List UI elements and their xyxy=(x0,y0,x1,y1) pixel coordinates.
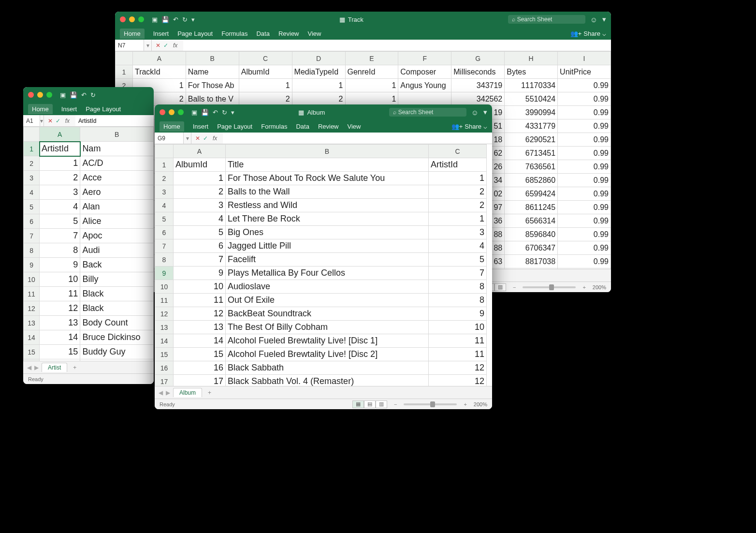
cell[interactable]: Billy xyxy=(80,272,154,287)
cell[interactable]: Caetano Velos xyxy=(80,359,154,361)
cell[interactable]: Milliseconds xyxy=(451,65,505,79)
cell[interactable]: 0.99 xyxy=(558,187,611,201)
tab-page-layout[interactable]: Page Layout xyxy=(177,30,213,37)
row-header[interactable]: 16 xyxy=(155,361,174,375)
cell[interactable]: 0.99 xyxy=(558,92,611,106)
cell[interactable]: 15 xyxy=(40,345,80,359)
cell[interactable]: Facelift xyxy=(226,253,429,266)
cell[interactable]: 10 xyxy=(40,272,80,287)
cell[interactable]: 3990994 xyxy=(505,106,558,119)
row-header[interactable]: 8 xyxy=(155,253,174,266)
row-header[interactable]: 5 xyxy=(155,212,174,226)
zoom-level[interactable]: 200% xyxy=(593,284,606,290)
cell[interactable]: 0.99 xyxy=(558,119,611,133)
cell[interactable]: 5510424 xyxy=(505,92,558,106)
cell[interactable]: 1 xyxy=(174,172,226,185)
redo-icon[interactable]: ↻ xyxy=(222,109,227,116)
row-header[interactable]: 4 xyxy=(24,185,40,200)
cell[interactable]: ArtistId xyxy=(429,158,487,172)
row-header[interactable]: 7 xyxy=(155,239,174,253)
grid-album[interactable]: ABC1AlbumIdTitleArtistId21For Those Abou… xyxy=(155,144,492,386)
cell[interactable]: 2 xyxy=(239,92,292,106)
cell[interactable]: 2 xyxy=(40,171,80,185)
feedback-dropdown-icon[interactable]: ▾ xyxy=(602,15,606,24)
cell[interactable]: 4 xyxy=(429,239,487,253)
cell[interactable]: Angus Young xyxy=(398,79,451,92)
cell[interactable]: 13 xyxy=(40,316,80,330)
cancel-icon[interactable]: ✕ xyxy=(156,42,160,49)
sheet-tab-artist[interactable]: Artist xyxy=(42,363,67,372)
cell[interactable]: 1 xyxy=(429,212,487,226)
share-button[interactable]: 👥+ Share ⌵ xyxy=(451,123,487,130)
col-header[interactable]: H xyxy=(505,52,558,65)
cell[interactable]: 11170334 xyxy=(505,79,558,92)
page-break-view-icon[interactable]: ▥ xyxy=(494,283,506,291)
formula-input[interactable] xyxy=(223,133,492,144)
row-header[interactable]: 2 xyxy=(24,156,40,171)
accept-icon[interactable]: ✓ xyxy=(163,42,168,49)
cell[interactable]: 7 xyxy=(40,229,80,243)
cell[interactable]: 2 xyxy=(292,92,345,106)
row-header[interactable]: 15 xyxy=(24,345,40,359)
cell[interactable]: 3 xyxy=(429,226,487,239)
qat-dropdown-icon[interactable]: ▾ xyxy=(231,109,234,116)
sheet-tab-album[interactable]: Album xyxy=(173,388,202,397)
cancel-icon[interactable]: ✕ xyxy=(48,118,53,124)
row-header[interactable]: 3 xyxy=(155,185,174,199)
cell[interactable]: Composer xyxy=(398,65,451,79)
cell[interactable]: For Those About To Rock We Salute You xyxy=(226,172,429,185)
redo-icon[interactable]: ↻ xyxy=(182,16,188,23)
cell[interactable]: 11 xyxy=(429,348,487,361)
cell[interactable]: 5 xyxy=(429,253,487,266)
row-header[interactable]: 1 xyxy=(116,65,133,79)
col-header[interactable]: C xyxy=(429,145,487,158)
maximize-icon[interactable] xyxy=(138,16,144,22)
cell[interactable]: Name xyxy=(186,65,239,79)
cell[interactable]: Restless and Wild xyxy=(226,199,429,212)
search-box[interactable]: ⌕ Search Sheet xyxy=(389,108,466,117)
accept-icon[interactable]: ✓ xyxy=(56,118,60,124)
minimize-icon[interactable] xyxy=(129,16,135,22)
cell[interactable]: 17 xyxy=(174,375,226,386)
close-icon[interactable] xyxy=(160,109,165,115)
cell[interactable]: 4331779 xyxy=(505,119,558,133)
accept-icon[interactable]: ✓ xyxy=(203,135,208,142)
cell[interactable]: 10 xyxy=(174,280,226,294)
cell[interactable]: UnitPrice xyxy=(558,65,611,79)
cell[interactable]: 1 xyxy=(292,79,345,92)
tab-page-layout[interactable]: Page Layout xyxy=(217,123,252,130)
cell[interactable]: 10847611 xyxy=(505,268,558,269)
normal-view-icon[interactable]: ▦ xyxy=(352,400,364,408)
cell[interactable]: 16 xyxy=(174,361,226,375)
cell[interactable]: 4 xyxy=(40,200,80,214)
cell[interactable]: 6566314 xyxy=(505,214,558,228)
col-header[interactable]: B xyxy=(80,127,154,142)
tab-review[interactable]: Review xyxy=(278,30,299,37)
tab-insert[interactable]: Insert xyxy=(153,30,169,37)
cell[interactable]: 0.99 xyxy=(558,79,611,92)
cell[interactable]: 6290521 xyxy=(505,133,558,147)
cell[interactable]: 0.99 xyxy=(558,228,611,241)
save-icon[interactable]: 💾 xyxy=(161,16,169,23)
namebox-dropdown-icon[interactable]: ▾ xyxy=(184,133,191,144)
tab-nav-prev-icon[interactable]: ◀ xyxy=(27,364,31,371)
cell[interactable]: 6852860 xyxy=(505,174,558,187)
row-header[interactable]: 5 xyxy=(24,200,40,214)
cell[interactable]: Audioslave xyxy=(226,280,429,294)
qat-dropdown-icon[interactable]: ▾ xyxy=(191,16,195,23)
name-box[interactable]: A1 xyxy=(23,115,40,126)
page-layout-view-icon[interactable]: ▤ xyxy=(364,400,376,408)
cell[interactable]: 6706347 xyxy=(505,241,558,255)
cell[interactable]: 1 xyxy=(429,172,487,185)
tab-home[interactable]: Home xyxy=(28,104,53,114)
cell[interactable]: 8 xyxy=(40,243,80,258)
cell[interactable]: Balls to the V xyxy=(186,92,239,106)
row-header[interactable]: 10 xyxy=(24,272,40,287)
cell[interactable]: BackBeat Soundtrack xyxy=(226,307,429,321)
cell[interactable]: 9 xyxy=(429,307,487,321)
fx-icon[interactable]: fx xyxy=(211,135,219,142)
cell[interactable]: 1 xyxy=(345,79,398,92)
tab-data[interactable]: Data xyxy=(296,123,309,130)
namebox-dropdown-icon[interactable]: ▾ xyxy=(144,40,152,51)
tab-review[interactable]: Review xyxy=(318,123,339,130)
